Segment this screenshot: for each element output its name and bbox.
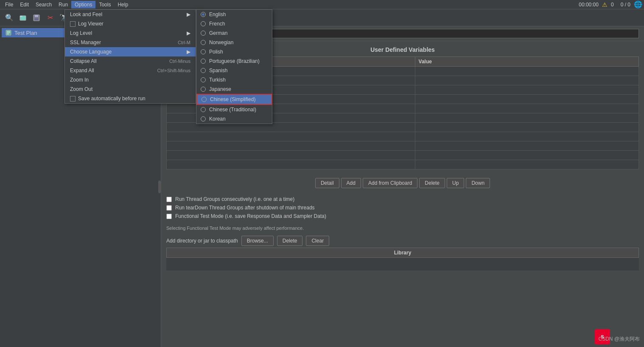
menu-choose-language-label: Choose Language (70, 49, 112, 55)
lang-french-radio (201, 21, 206, 26)
menu-edit[interactable]: Edit (17, 1, 32, 8)
menu-look-and-feel[interactable]: Look and Feel ▶ (65, 10, 196, 19)
check-row-3: Functional Test Mode (i.e. save Response… (166, 212, 639, 220)
classpath-label: Add directory or jar to classpath (166, 238, 238, 244)
error-count: 0 / 0 (621, 2, 630, 8)
warning-icon: ⚠ (602, 1, 608, 8)
svg-rect-1 (20, 16, 22, 17)
lang-spanish-label: Spanish (209, 68, 227, 73)
lang-turkish-radio (201, 77, 206, 82)
checks-section: Run Thread Groups consecutively (i.e. on… (161, 192, 644, 224)
toolbar-new-btn[interactable]: 🔍 (3, 12, 15, 24)
lang-english[interactable]: English (196, 10, 272, 19)
classpath-col-library: Library (167, 248, 639, 258)
lang-portuguese-label: Portuguese (Brazilian) (209, 58, 260, 64)
table-row (167, 151, 639, 160)
collapse-shortcut: Ctrl-Minus (169, 59, 190, 64)
menu-help[interactable]: Help (114, 1, 132, 8)
log-level-arrow-icon: ▶ (187, 30, 190, 36)
classpath-table: Library (166, 248, 639, 271)
toolbar-timer: 00:00:00 ⚠ 0 0 / 0 🌐 (579, 0, 642, 8)
checkbox-functional[interactable] (166, 214, 172, 219)
menu-save-auto-label: Save automatically before run (78, 96, 146, 102)
checkbox-teardown-label: Run tearDown Thread Groups after shutdow… (175, 205, 315, 211)
lang-norwegian[interactable]: Norwegian (196, 38, 272, 47)
table-row (167, 258, 639, 271)
choose-lang-arrow-icon: ▶ (187, 49, 190, 55)
menu-zoom-in[interactable]: Zoom In (65, 75, 196, 85)
menu-run[interactable]: Run (55, 1, 71, 8)
menu-expand-all[interactable]: Expand All Ctrl+Shift-Minus (65, 66, 196, 75)
menu-save-auto[interactable]: Save automatically before run (65, 94, 196, 103)
checkbox-run-consecutively-label: Run Thread Groups consecutively (i.e. on… (175, 196, 294, 202)
menu-choose-language[interactable]: Choose Language ▶ (65, 47, 196, 56)
lang-german[interactable]: German (196, 28, 272, 38)
lang-chinese-traditional-label: Chinese (Traditional) (209, 107, 256, 113)
menu-zoom-out-label: Zoom Out (70, 86, 92, 92)
lang-chinese-traditional[interactable]: Chinese (Traditional) (196, 105, 272, 114)
menu-log-level-label: Log Level (70, 30, 92, 36)
detail-button[interactable]: Detail (315, 178, 339, 188)
toolbar-save-btn[interactable] (31, 12, 42, 24)
functional-note: Selecting Functional Test Mode may adver… (161, 224, 644, 232)
classpath-section: Add directory or jar to classpath Browse… (161, 232, 644, 274)
menu-bar: File Edit Search Run Options Tools Help … (0, 0, 644, 9)
lang-portuguese-radio (201, 59, 206, 64)
lang-japanese[interactable]: Japanese (196, 85, 272, 94)
lang-english-label: English (209, 11, 226, 17)
checkbox-teardown[interactable] (166, 205, 172, 211)
menu-collapse-all[interactable]: Collapse All Ctrl-Minus (65, 56, 196, 66)
svg-rect-4 (35, 18, 38, 20)
menu-search[interactable]: Search (32, 1, 55, 8)
clear-button[interactable]: Clear (306, 236, 329, 246)
lang-polish-radio (201, 49, 206, 54)
lang-korean-radio (201, 116, 206, 121)
resize-handle[interactable] (158, 181, 161, 193)
testplan-icon (5, 29, 12, 36)
lang-german-radio (201, 31, 206, 36)
menu-log-viewer[interactable]: Log Viewer (65, 19, 196, 28)
lang-japanese-radio (201, 87, 206, 92)
lang-polish[interactable]: Polish (196, 47, 272, 56)
log-viewer-checkbox (70, 21, 76, 27)
down-button[interactable]: Down (466, 178, 490, 188)
lang-french-label: French (209, 21, 225, 27)
classpath-delete-button[interactable]: Delete (277, 236, 303, 246)
menu-ssl-manager[interactable]: SSL Manager Ctrl-M (65, 38, 196, 47)
toolbar-cut-btn[interactable]: ✂ (44, 12, 56, 24)
sidebar-item-testplan-label: Test Plan (14, 30, 37, 36)
language-submenu: English French German Norwegian Polish P… (196, 9, 272, 124)
lang-spanish[interactable]: Spanish (196, 66, 272, 75)
menu-file[interactable]: File (2, 1, 17, 8)
toolbar-open-btn[interactable] (17, 12, 29, 24)
table-row (167, 141, 639, 151)
lang-french[interactable]: French (196, 19, 272, 28)
delete-button[interactable]: Delete (419, 178, 445, 188)
lang-polish-label: Polish (209, 49, 223, 55)
lang-norwegian-radio (201, 40, 206, 45)
add-button[interactable]: Add (341, 178, 361, 188)
menu-tools[interactable]: Tools (95, 1, 114, 8)
expand-shortcut: Ctrl+Shift-Minus (157, 68, 190, 73)
checkbox-run-consecutively[interactable] (166, 197, 172, 202)
check-row-1: Run Thread Groups consecutively (i.e. on… (166, 195, 639, 203)
lang-japanese-label: Japanese (209, 86, 231, 92)
menu-zoom-out[interactable]: Zoom Out (65, 85, 196, 94)
up-button[interactable]: Up (447, 178, 464, 188)
lang-korean[interactable]: Korean (196, 114, 272, 124)
udv-col-value: Value (415, 57, 638, 67)
menu-options[interactable]: Options (71, 1, 95, 8)
menu-log-level[interactable]: Log Level ▶ (65, 28, 196, 38)
lang-portuguese[interactable]: Portuguese (Brazilian) (196, 56, 272, 66)
lang-norwegian-label: Norwegian (209, 39, 233, 45)
menu-look-and-feel-label: Look and Feel (70, 11, 102, 17)
save-auto-checkbox (70, 96, 76, 102)
lang-chinese-simplified[interactable]: Chinese (Simplified) (196, 94, 272, 105)
browse-button[interactable]: Browse... (241, 236, 274, 246)
ssl-shortcut: Ctrl-M (178, 40, 190, 45)
lang-korean-label: Korean (209, 116, 226, 122)
svg-rect-3 (35, 15, 38, 17)
lang-turkish[interactable]: Turkish (196, 75, 272, 85)
lang-chinese-simplified-radio (202, 97, 207, 102)
add-from-clipboard-button[interactable]: Add from Clipboard (363, 178, 417, 188)
